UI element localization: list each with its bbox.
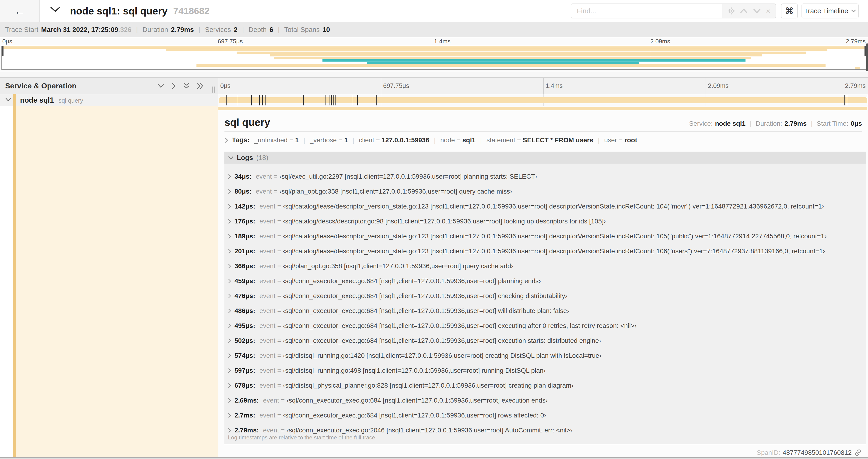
tags-row[interactable]: Tags: _unfinished=1|_verbose=1|client=12…: [224, 136, 862, 144]
detail-meta-label: Service:: [689, 120, 713, 127]
detail-meta-value: 0μs: [851, 120, 862, 127]
vertical-scrollbar[interactable]: [866, 43, 868, 71]
keyboard-shortcuts-button[interactable]: ⌘: [781, 3, 798, 19]
log-row[interactable]: 2.7ms:event=‹sql/conn_executor_exec.go:6…: [224, 408, 866, 423]
log-chevron-right-icon[interactable]: [228, 368, 231, 373]
log-chevron-right-icon[interactable]: [228, 219, 231, 224]
log-row[interactable]: 495μs:event=‹sql/conn_executor_exec.go:6…: [224, 318, 866, 333]
log-timestamp: 476μs:: [235, 292, 255, 300]
tag-value: root: [624, 136, 637, 144]
tag-pair[interactable]: _verbose=1: [310, 136, 348, 144]
tag-pair[interactable]: client=127.0.0.1:59936: [359, 136, 429, 144]
log-field-key: event: [263, 427, 279, 434]
log-row[interactable]: 142μs:event=‹sql/catalog/lease/descripto…: [224, 199, 866, 214]
expand-all-double-chevron-right-icon[interactable]: [197, 82, 204, 89]
tag-pair[interactable]: node=sql1: [440, 136, 475, 144]
log-chevron-right-icon[interactable]: [228, 174, 231, 179]
separator: |: [598, 136, 599, 144]
trace-view-selector[interactable]: Trace Timeline: [802, 3, 859, 19]
log-field-value: ‹sql/conn_executor_exec.go:684 [nsql1,cl…: [283, 292, 567, 300]
log-chevron-right-icon[interactable]: [228, 383, 231, 388]
minimap-canvas[interactable]: [1, 46, 867, 70]
log-chevron-right-icon[interactable]: [228, 234, 231, 239]
log-row[interactable]: 80μs:event=‹sql/plan_opt.go:358 [nsql1,c…: [224, 184, 866, 199]
log-field-key: event: [259, 322, 276, 330]
logs-header[interactable]: Logs (18): [224, 152, 866, 164]
clear-find-icon[interactable]: ×: [766, 7, 771, 15]
focus-target-icon[interactable]: [727, 7, 735, 15]
log-chevron-right-icon[interactable]: [228, 338, 231, 343]
log-row[interactable]: 502μs:event=‹sql/conn_executor_exec.go:6…: [224, 333, 866, 348]
log-field-key: event: [256, 188, 272, 195]
log-timestamp: 142μs:: [235, 203, 255, 210]
log-chevron-right-icon[interactable]: [228, 204, 231, 209]
span-row-name-cell[interactable]: node sql1sql query: [0, 94, 218, 106]
log-marker-tick: [352, 95, 352, 105]
log-equals: =: [277, 248, 281, 255]
trace-title: node sql1: sql query: [70, 5, 167, 17]
tag-pair[interactable]: _unfinished=1: [254, 136, 299, 144]
log-row[interactable]: 476μs:event=‹sql/conn_executor_exec.go:6…: [224, 289, 866, 303]
log-row[interactable]: 366μs:event=‹sql/plan_opt.go:358 [nsql1,…: [224, 259, 866, 273]
log-chevron-right-icon[interactable]: [228, 189, 231, 194]
log-chevron-right-icon[interactable]: [228, 398, 231, 403]
find-input[interactable]: [571, 3, 722, 19]
minimap-ruler-tick-label: 1.4ms: [434, 38, 451, 45]
log-equals: =: [277, 292, 281, 300]
log-row[interactable]: 486μs:event=‹sql/conn_executor_exec.go:6…: [224, 303, 866, 318]
log-chevron-right-icon[interactable]: [228, 293, 231, 299]
copy-link-icon[interactable]: [854, 449, 862, 457]
section-gap: [0, 72, 868, 77]
span-row-bar-cell[interactable]: [218, 94, 868, 106]
log-field-key: event: [263, 397, 279, 404]
log-row[interactable]: 176μs:event=‹sql/catalog/descs/descripto…: [224, 214, 866, 229]
collapse-one-chevron-down-icon[interactable]: [157, 84, 164, 88]
log-row[interactable]: 189μs:event=‹sql/catalog/lease/descripto…: [224, 229, 866, 244]
log-chevron-right-icon[interactable]: [228, 278, 231, 284]
log-chevron-right-icon[interactable]: [228, 249, 231, 254]
minimap-left-scrubber[interactable]: [2, 46, 3, 56]
collapse-all-double-chevron-down-icon[interactable]: [183, 82, 190, 89]
tag-pair[interactable]: user=root: [604, 136, 637, 144]
ruler-cell: 2.09ms: [706, 78, 868, 94]
log-row[interactable]: 574μs:event=‹sql/distsql_running.go:1420…: [224, 348, 866, 363]
log-row[interactable]: 459μs:event=‹sql/conn_executor_exec.go:6…: [224, 273, 866, 289]
log-row[interactable]: 201μs:event=‹sql/catalog/lease/descripto…: [224, 244, 866, 259]
next-match-chevron-down-icon[interactable]: [753, 8, 761, 13]
log-field-value: ‹sql/catalog/descs/descriptor.go:98 [nsq…: [283, 218, 606, 225]
log-chevron-right-icon[interactable]: [228, 353, 231, 358]
expand-one-chevron-right-icon[interactable]: [171, 82, 176, 89]
find-controls: ×: [722, 3, 776, 19]
log-row[interactable]: 678μs:event=‹sql/distsql_physical_planne…: [224, 378, 866, 393]
tag-equals: =: [339, 136, 342, 144]
log-field-key: event: [259, 382, 276, 389]
log-row[interactable]: 597μs:event=‹sql/distsql_running.go:498 …: [224, 363, 866, 378]
page-title: node sql1: sql query 7418682: [70, 0, 210, 22]
log-row[interactable]: 2.69ms:event=‹sql/conn_executor_exec.go:…: [224, 393, 866, 408]
log-chevron-right-icon[interactable]: [228, 308, 231, 314]
tags-chevron-right-icon[interactable]: [224, 137, 228, 143]
trace-info-value-suffix: .326: [118, 26, 131, 33]
span-duration-bar[interactable]: [219, 97, 867, 103]
log-chevron-right-icon[interactable]: [228, 428, 231, 433]
minimap-span-bar: [270, 54, 762, 57]
span-collapse-chevron-down-icon[interactable]: [5, 97, 11, 102]
log-field-key: event: [259, 292, 276, 300]
tag-key: client: [359, 136, 374, 144]
logs-accordion: Logs (18) 34μs:event=‹sql/exec_util.go:2…: [224, 152, 866, 444]
back-button[interactable]: ←: [0, 0, 40, 22]
log-row[interactable]: 34μs:event=‹sql/exec_util.go:2297 [nsql1…: [224, 169, 866, 184]
log-chevron-right-icon[interactable]: [228, 413, 231, 418]
minimap-right-scrubber[interactable]: [865, 46, 866, 56]
ruler-tick-label: 1.4ms: [544, 82, 563, 90]
prev-match-chevron-up-icon[interactable]: [740, 8, 748, 13]
log-field-key: event: [259, 277, 276, 285]
tag-value: 1: [344, 136, 348, 144]
tag-pair[interactable]: statement=SELECT * FROM users: [487, 136, 593, 144]
log-chevron-right-icon[interactable]: [228, 264, 231, 269]
column-resize-grip[interactable]: [212, 87, 215, 93]
log-chevron-right-icon[interactable]: [228, 323, 231, 328]
log-marker-tick: [329, 95, 330, 105]
collapse-trace-chevron-down-icon[interactable]: [50, 6, 60, 12]
span-row[interactable]: node sql1sql query: [0, 94, 868, 106]
